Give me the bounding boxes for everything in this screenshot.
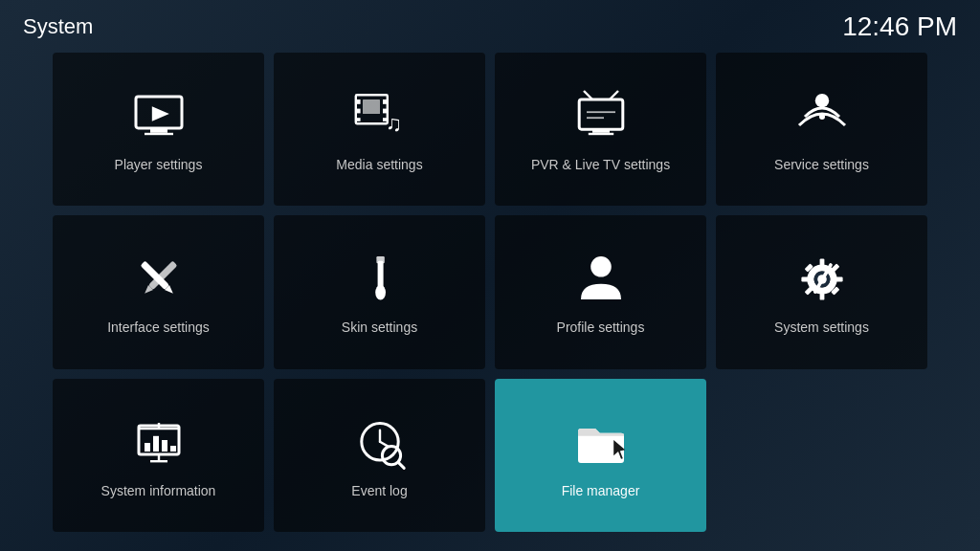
system-settings-label: System settings: [774, 320, 869, 335]
tile-media-settings[interactable]: ♫ Media settings: [274, 53, 485, 206]
svg-point-20: [814, 94, 828, 107]
player-settings-label: Player settings: [115, 157, 203, 172]
app-title: System: [23, 14, 93, 39]
svg-rect-1: [150, 128, 167, 133]
sysinfo-icon: [128, 412, 189, 474]
svg-rect-11: [363, 99, 380, 114]
profile-icon: [570, 249, 632, 310]
svg-rect-2: [145, 133, 173, 135]
svg-point-21: [819, 114, 825, 120]
file-manager-label: File manager: [562, 483, 640, 498]
pvr-icon: [570, 86, 632, 147]
svg-rect-44: [162, 440, 167, 452]
svg-rect-13: [579, 99, 623, 129]
svg-rect-19: [588, 133, 612, 135]
event-log-label: Event log: [351, 483, 407, 498]
svg-rect-7: [355, 118, 360, 121]
skin-icon: [349, 249, 411, 310]
svg-rect-34: [801, 277, 809, 282]
svg-rect-8: [383, 99, 388, 104]
tile-interface-settings[interactable]: Interface settings: [53, 215, 264, 368]
tile-system-information[interactable]: System information: [53, 379, 264, 532]
svg-line-54: [398, 462, 404, 468]
skin-settings-label: Skin settings: [342, 320, 417, 335]
tile-file-manager[interactable]: File manager: [495, 379, 706, 532]
tile-pvr-settings[interactable]: PVR & Live TV settings: [495, 53, 706, 206]
svg-marker-3: [151, 106, 168, 121]
tile-profile-settings[interactable]: Profile settings: [495, 215, 706, 368]
svg-point-27: [375, 285, 386, 300]
tile-event-log[interactable]: Event log: [274, 379, 485, 532]
svg-rect-43: [153, 436, 159, 452]
service-settings-label: Service settings: [774, 157, 869, 172]
svg-rect-35: [835, 277, 842, 282]
svg-rect-45: [170, 446, 176, 452]
profile-settings-label: Profile settings: [557, 320, 645, 335]
clock: 12:46 PM: [842, 11, 957, 42]
player-icon: [128, 86, 189, 147]
svg-text:♫: ♫: [386, 111, 402, 136]
svg-rect-28: [376, 256, 384, 263]
svg-rect-18: [592, 129, 610, 133]
svg-rect-32: [819, 259, 824, 267]
pvr-settings-label: PVR & Live TV settings: [531, 157, 670, 172]
interface-icon: [128, 249, 189, 310]
system-settings-icon: [791, 249, 853, 310]
service-icon: [791, 86, 853, 147]
media-settings-label: Media settings: [336, 157, 422, 172]
system-information-label: System information: [101, 483, 216, 498]
tile-system-settings[interactable]: System settings: [716, 215, 927, 368]
tile-skin-settings[interactable]: Skin settings: [274, 215, 485, 368]
svg-rect-42: [145, 443, 150, 452]
interface-settings-label: Interface settings: [107, 320, 210, 335]
settings-grid: Player settings ♫ Media settings: [53, 53, 927, 532]
eventlog-icon: [349, 412, 411, 474]
tile-player-settings[interactable]: Player settings: [53, 53, 264, 206]
tile-service-settings[interactable]: Service settings: [716, 53, 927, 206]
svg-point-29: [590, 256, 612, 277]
svg-rect-33: [819, 293, 824, 300]
svg-rect-6: [355, 109, 360, 114]
filemanager-icon: [570, 412, 632, 474]
svg-rect-5: [355, 99, 360, 104]
media-icon: ♫: [349, 86, 411, 147]
svg-line-52: [380, 442, 388, 447]
